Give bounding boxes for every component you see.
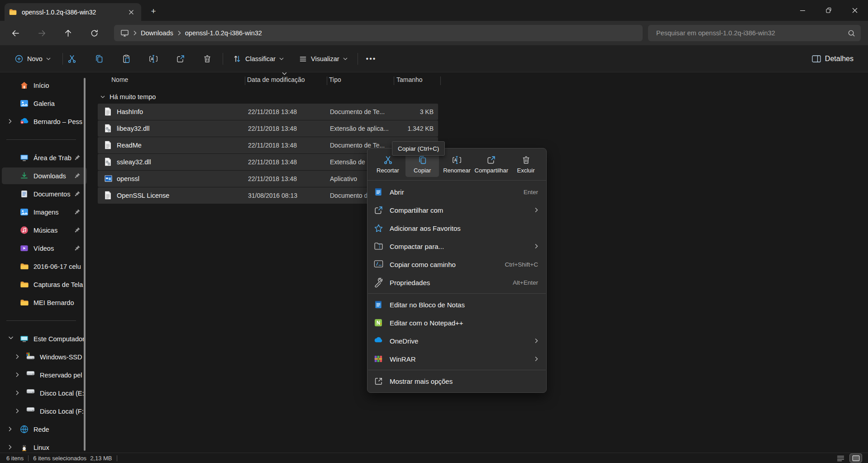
selected-size: 2,13 MB xyxy=(90,455,112,462)
maximize-restore-button[interactable] xyxy=(816,0,842,21)
sidebar-scrollbar[interactable] xyxy=(84,78,86,451)
column-header-size[interactable]: Tamanho xyxy=(396,76,423,83)
linux-icon xyxy=(20,443,29,452)
search-box[interactable] xyxy=(648,25,861,41)
chevron-right-icon xyxy=(534,338,538,344)
sidebar-item-label: Disco Local (E: xyxy=(40,390,87,397)
new-tab-button[interactable]: + xyxy=(148,5,159,17)
rename-button[interactable] xyxy=(145,50,162,68)
plus-circle-icon xyxy=(14,54,24,63)
menu-item-editar-no-bloco-de-notas[interactable]: Editar no Bloco de Notas xyxy=(367,296,546,314)
context-command-renomear[interactable]: Renomear xyxy=(440,152,474,177)
pin-icon xyxy=(74,209,81,215)
column-header-type[interactable]: Tipo xyxy=(329,76,341,83)
new-button-label: Novo xyxy=(27,55,43,62)
chevron-right-icon[interactable] xyxy=(15,372,19,377)
menu-item-compactar-para[interactable]: Compactar para... xyxy=(367,237,546,255)
file-modified: 22/11/2018 13:48 xyxy=(248,120,297,137)
menu-item-shortcut: Enter xyxy=(524,189,538,196)
sidebar-item-downloads[interactable]: Downloads xyxy=(2,167,87,184)
sidebar-item-v-deos[interactable]: Vídeos xyxy=(2,240,87,257)
group-header[interactable]: Há muito tempo xyxy=(97,91,156,103)
details-pane-button[interactable]: Detalhes xyxy=(807,50,858,68)
onedrive-error-icon xyxy=(20,117,29,126)
view-lines-icon xyxy=(299,55,307,63)
sidebar-item-in-cio[interactable]: Início xyxy=(2,77,87,94)
menu-item-winrar[interactable]: WinRAR xyxy=(367,350,546,368)
delete-button[interactable] xyxy=(199,50,216,68)
sidebar-item-windows-ssd[interactable]: Windows-SSD xyxy=(2,348,87,365)
sidebar-item-rede[interactable]: Rede xyxy=(2,421,87,438)
file-explorer-window: openssl-1.0.2q-i386-win32 + Downloads op… xyxy=(0,0,868,463)
sidebar-item-bernardo-pess[interactable]: Bernardo – Pess xyxy=(2,113,87,130)
tab-close-icon[interactable] xyxy=(126,7,137,18)
forward-button[interactable] xyxy=(33,25,50,41)
sidebar-item-galeria[interactable]: Galeria xyxy=(2,95,87,112)
column-header-name[interactable]: Nome xyxy=(111,76,128,83)
up-button[interactable] xyxy=(60,25,76,41)
refresh-button[interactable] xyxy=(86,25,102,41)
close-button[interactable] xyxy=(842,0,868,21)
details-view-toggle[interactable] xyxy=(850,454,862,462)
context-menu-items: AbrirEnterCompartilhar comAdicionar aos … xyxy=(367,181,546,392)
chevron-right-icon[interactable] xyxy=(15,390,19,396)
chevron-right-icon[interactable] xyxy=(8,119,12,124)
list-view-toggle[interactable] xyxy=(835,454,846,462)
explorer-tab[interactable]: openssl-1.0.2q-i386-win32 xyxy=(5,3,141,21)
sidebar-item-capturas-de-tela[interactable]: Capturas de Tela xyxy=(2,276,87,293)
column-separator[interactable] xyxy=(440,76,441,85)
cut-button[interactable] xyxy=(63,50,81,68)
menu-item-onedrive[interactable]: OneDrive xyxy=(367,332,546,350)
menu-item-compartilhar-com[interactable]: Compartilhar com xyxy=(367,201,546,219)
share-button[interactable] xyxy=(172,50,189,68)
sidebar-item-reservado-pel[interactable]: Reservado pel xyxy=(2,367,87,383)
new-button[interactable]: Novo xyxy=(11,50,54,68)
sidebar-item-imagens[interactable]: Imagens xyxy=(2,204,87,220)
breadcrumb-current-folder[interactable]: openssl-1.0.2q-i386-win32 xyxy=(185,29,262,37)
column-separator[interactable] xyxy=(394,76,394,85)
sidebar-item-disco-local-e[interactable]: Disco Local (E: xyxy=(2,385,87,401)
menu-item-editar-com-o-notepad[interactable]: Editar com o Notepad++ xyxy=(367,314,546,332)
column-separator[interactable] xyxy=(245,76,245,85)
chevron-right-icon[interactable] xyxy=(15,354,19,359)
sidebar-item-este-computador[interactable]: Este Computador xyxy=(2,330,87,347)
sidebar-item-documentos[interactable]: Documentos xyxy=(2,186,87,202)
chevron-down-icon[interactable] xyxy=(8,336,14,339)
breadcrumb[interactable]: Downloads openssl-1.0.2q-i386-win32 xyxy=(114,25,643,41)
sort-button[interactable]: Classificar xyxy=(229,50,287,68)
copy-button[interactable] xyxy=(91,50,108,68)
copy-icon xyxy=(418,155,427,165)
chevron-right-icon[interactable] xyxy=(8,426,12,432)
more-commands-button[interactable]: ••• xyxy=(363,50,379,68)
back-button[interactable] xyxy=(7,25,24,41)
sidebar-item-linux[interactable]: Linux xyxy=(2,439,87,453)
sidebar-item-disco-local-f[interactable]: Disco Local (F: xyxy=(2,403,87,420)
folder-icon xyxy=(20,298,29,307)
paste-button[interactable] xyxy=(118,50,135,68)
column-header-modified[interactable]: Data de modificação xyxy=(247,76,305,83)
context-command-compartilhar[interactable]: Compartilhar xyxy=(475,152,508,177)
search-input[interactable] xyxy=(655,29,848,37)
file-row-hashinfo[interactable]: HashInfo22/11/2018 13:48Documento de Te.… xyxy=(98,104,438,120)
moreoptions-icon xyxy=(374,377,383,386)
minimize-button[interactable] xyxy=(789,0,816,21)
onedrive-icon xyxy=(374,336,383,345)
menu-item-adicionar-aos-favoritos[interactable]: Adicionar aos Favoritos xyxy=(367,219,546,237)
menu-item-mostrar-mais-op-es[interactable]: Mostrar mais opções xyxy=(367,372,546,390)
sidebar-item-mei-bernardo[interactable]: MEI Bernardo xyxy=(2,294,87,311)
menu-item-copiar-como-caminho[interactable]: Copiar como caminhoCtrl+Shift+C xyxy=(367,255,546,273)
sidebar-item-rea-de-trab[interactable]: Área de Trab xyxy=(2,149,87,166)
column-separator[interactable] xyxy=(327,76,327,85)
sort-arrows-icon xyxy=(233,54,242,63)
file-row-libeay32-dll[interactable]: libeay32.dll22/11/2018 13:48Extensão de … xyxy=(98,120,438,137)
sidebar-item-2016-06-17-celu[interactable]: 2016-06-17 celu xyxy=(2,258,87,275)
chevron-right-icon[interactable] xyxy=(8,444,12,450)
view-button[interactable]: Visualizar xyxy=(295,50,351,68)
menu-item-abrir[interactable]: AbrirEnter xyxy=(367,183,546,201)
chevron-right-icon[interactable] xyxy=(15,408,19,414)
sidebar-item-m-sicas[interactable]: Músicas xyxy=(2,222,87,239)
menu-item-propriedades[interactable]: PropriedadesAlt+Enter xyxy=(367,273,546,291)
context-command-excluir[interactable]: Excluir xyxy=(509,152,543,177)
share-icon xyxy=(486,155,496,165)
breadcrumb-downloads[interactable]: Downloads xyxy=(141,29,173,37)
